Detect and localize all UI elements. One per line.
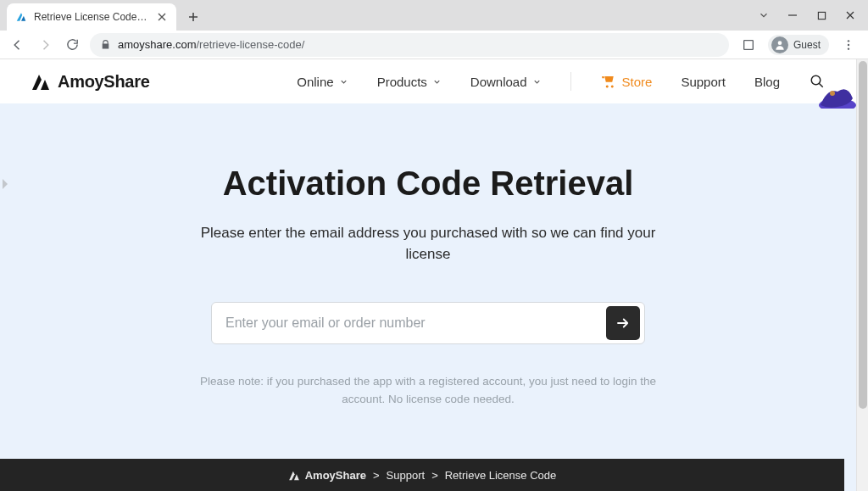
- breadcrumb-support[interactable]: Support: [387, 469, 426, 482]
- svg-point-8: [830, 91, 835, 96]
- nav-blog-label: Blog: [754, 75, 780, 89]
- nav-products-label: Products: [377, 75, 427, 89]
- avatar-icon: [771, 36, 788, 53]
- profile-chip[interactable]: Guest: [768, 35, 829, 55]
- email-input[interactable]: [225, 315, 606, 331]
- svg-point-5: [848, 47, 849, 49]
- forward-button[interactable]: [36, 36, 54, 54]
- svg-point-2: [778, 41, 782, 45]
- extensions-icon[interactable]: [737, 34, 760, 56]
- window-minimize-button[interactable]: [778, 3, 807, 27]
- brand-name: AmoyShare: [58, 72, 149, 92]
- browser-toolbar: amoyshare.com/retrieve-license-code/ Gue…: [0, 31, 868, 59]
- back-button[interactable]: [8, 36, 27, 54]
- page-title: Activation Code Retrieval: [223, 165, 634, 203]
- submit-button[interactable]: [606, 306, 640, 340]
- chevron-down-icon: [339, 77, 348, 86]
- logo-icon: [31, 72, 51, 91]
- url-text: amoyshare.com/retrieve-license-code/: [118, 38, 304, 51]
- brand-logo[interactable]: AmoyShare: [31, 72, 149, 92]
- vertical-scrollbar[interactable]: [856, 59, 868, 491]
- form-note: Please note: if you purchased the app wi…: [191, 373, 665, 409]
- chevron-down-icon: [532, 77, 542, 86]
- footer-brand-label: AmoyShare: [305, 469, 366, 482]
- tab-favicon: [15, 11, 27, 23]
- window-close-button[interactable]: [836, 3, 865, 27]
- breadcrumb-footer: AmoyShare > Support > Retrieve License C…: [0, 459, 844, 491]
- page-content: AmoyShare Online Products Download: [0, 59, 856, 491]
- side-handle-icon[interactable]: [0, 168, 10, 200]
- search-icon[interactable]: [809, 73, 826, 90]
- footer-logo[interactable]: AmoyShare: [288, 469, 366, 482]
- scrollbar-thumb[interactable]: [859, 61, 867, 409]
- svg-point-3: [848, 40, 849, 42]
- svg-rect-0: [818, 12, 825, 19]
- chevron-down-icon: [432, 77, 442, 86]
- browser-tabstrip: Retrieve License Code - AmoySh: [0, 0, 868, 31]
- nav-store-label: Store: [622, 75, 653, 89]
- reload-button[interactable]: [63, 36, 81, 54]
- breadcrumb-current: Retrieve License Code: [445, 469, 557, 482]
- page-subtitle: Please enter the email address you purch…: [191, 223, 665, 265]
- cart-icon: [600, 74, 615, 89]
- tab-close-icon[interactable]: [156, 11, 168, 23]
- nav-download-label: Download: [470, 75, 527, 89]
- hero-section: Activation Code Retrieval Please enter t…: [0, 103, 856, 431]
- nav-blog[interactable]: Blog: [754, 75, 780, 89]
- new-tab-button[interactable]: [181, 5, 205, 29]
- breadcrumb-separator: >: [431, 469, 438, 482]
- nav-online[interactable]: Online: [297, 75, 348, 89]
- retrieval-form: [211, 302, 645, 344]
- svg-rect-1: [744, 40, 754, 49]
- svg-point-6: [811, 75, 821, 85]
- nav-divider: [570, 72, 571, 91]
- nav-store[interactable]: Store: [600, 74, 653, 89]
- nav-support-label: Support: [681, 75, 726, 89]
- kebab-menu-icon[interactable]: [837, 34, 860, 56]
- lock-icon: [100, 39, 111, 50]
- nav-support[interactable]: Support: [681, 75, 726, 89]
- window-maximize-button[interactable]: [807, 3, 836, 27]
- address-bar[interactable]: amoyshare.com/retrieve-license-code/: [90, 33, 729, 57]
- svg-point-4: [848, 43, 849, 45]
- breadcrumb-separator: >: [373, 469, 380, 482]
- nav-online-label: Online: [297, 75, 333, 89]
- primary-nav: Online Products Download: [297, 72, 826, 91]
- arrow-right-icon: [615, 315, 631, 331]
- browser-tab[interactable]: Retrieve License Code - AmoySh: [7, 3, 176, 31]
- tab-title: Retrieve License Code - AmoySh: [34, 11, 149, 23]
- nav-products[interactable]: Products: [377, 75, 442, 89]
- tabs-dropdown-icon[interactable]: [749, 3, 778, 27]
- nav-download[interactable]: Download: [470, 75, 542, 89]
- site-header: AmoyShare Online Products Download: [0, 59, 856, 103]
- profile-label: Guest: [793, 39, 821, 51]
